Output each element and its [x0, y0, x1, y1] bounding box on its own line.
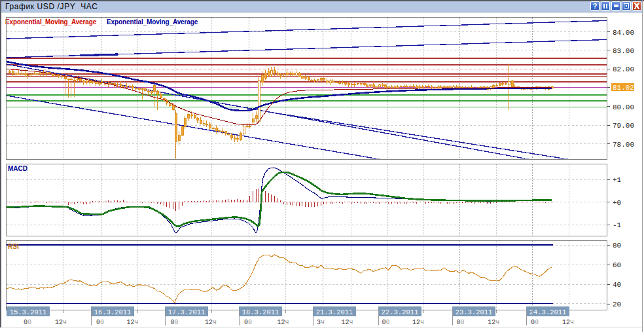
svg-text:84.00: 84.00	[613, 29, 634, 37]
svg-text:12ч: 12ч	[55, 319, 67, 326]
svg-text:MACD: MACD	[8, 165, 27, 172]
svg-text:80.00: 80.00	[613, 103, 634, 111]
svg-text:80: 80	[613, 242, 621, 249]
svg-text:12ч: 12ч	[412, 319, 424, 326]
svg-text:00: 00	[170, 319, 178, 326]
svg-text:12ч: 12ч	[562, 319, 574, 326]
svg-text:00: 00	[456, 319, 464, 326]
svg-text:79.00: 79.00	[613, 122, 634, 130]
svg-text:+1: +1	[613, 176, 622, 184]
svg-text:12ч: 12ч	[488, 319, 499, 326]
svg-text:23.3.2011: 23.3.2011	[456, 308, 493, 316]
svg-text:82.00: 82.00	[613, 65, 634, 73]
svg-text:+0: +0	[613, 199, 621, 207]
svg-text:17.3.2011: 17.3.2011	[168, 308, 206, 316]
svg-text:RSI: RSI	[8, 243, 19, 250]
svg-text:?: ?	[593, 2, 598, 10]
svg-text:00: 00	[96, 319, 104, 326]
svg-text:15.3.2011: 15.3.2011	[10, 308, 47, 316]
svg-text:18.3.2011: 18.3.2011	[242, 308, 279, 316]
svg-text:40: 40	[613, 281, 621, 289]
svg-text:60: 60	[613, 261, 621, 269]
svg-text:81.02: 81.02	[613, 84, 634, 92]
svg-text:24.3.2011: 24.3.2011	[529, 308, 567, 316]
svg-text:Exponential_Moving_Average: Exponential_Moving_Average	[5, 18, 97, 26]
svg-text:21.3.2011: 21.3.2011	[316, 308, 353, 316]
svg-text:78.00: 78.00	[613, 141, 634, 149]
svg-text:Exponential_Moving_Average: Exponential_Moving_Average	[107, 18, 198, 26]
svg-text:12ч: 12ч	[126, 319, 138, 326]
svg-text:-1: -1	[613, 221, 622, 229]
svg-text:12ч: 12ч	[277, 319, 289, 326]
svg-text:00: 00	[382, 319, 389, 326]
svg-text:График USD /JPY ЧАС: График USD /JPY ЧАС	[5, 2, 98, 11]
svg-text:00: 00	[24, 319, 31, 326]
svg-text:83.00: 83.00	[613, 47, 634, 55]
svg-text:00: 00	[244, 319, 252, 326]
svg-text:3ч: 3ч	[317, 319, 325, 326]
svg-text:00: 00	[531, 319, 539, 326]
svg-text:16.3.2011: 16.3.2011	[94, 308, 132, 316]
svg-text:12ч: 12ч	[341, 319, 353, 326]
svg-text:12ч: 12ч	[205, 319, 217, 326]
svg-text:20: 20	[613, 301, 621, 308]
